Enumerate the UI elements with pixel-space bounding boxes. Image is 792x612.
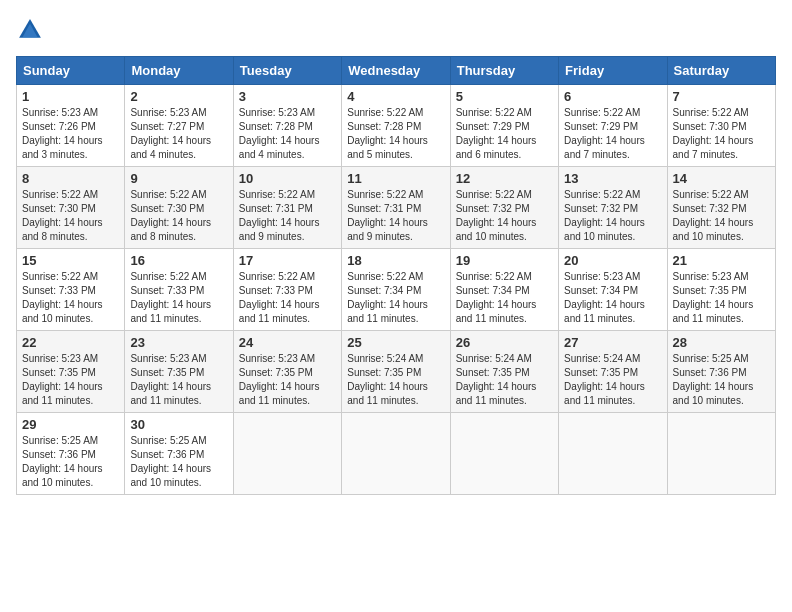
day-info: Sunrise: 5:25 AM Sunset: 7:36 PM Dayligh… — [130, 434, 227, 490]
day-info: Sunrise: 5:22 AM Sunset: 7:30 PM Dayligh… — [22, 188, 119, 244]
day-number: 28 — [673, 335, 770, 350]
sunrise-value: 5:23 AM — [278, 107, 315, 118]
day-info: Sunrise: 5:22 AM Sunset: 7:33 PM Dayligh… — [22, 270, 119, 326]
day-number: 17 — [239, 253, 336, 268]
sunset-value: 7:30 PM — [59, 203, 96, 214]
day-info: Sunrise: 5:22 AM Sunset: 7:30 PM Dayligh… — [673, 106, 770, 162]
sunrise-value: 5:23 AM — [278, 353, 315, 364]
daylight-label: Daylight: 14 hours and 3 minutes. — [22, 135, 103, 160]
daylight-label: Daylight: 14 hours and 11 minutes. — [239, 299, 320, 324]
sunset-value: 7:35 PM — [276, 367, 313, 378]
col-header-friday: Friday — [559, 57, 667, 85]
calendar-week-row: 29 Sunrise: 5:25 AM Sunset: 7:36 PM Dayl… — [17, 413, 776, 495]
col-header-monday: Monday — [125, 57, 233, 85]
sunset-value: 7:29 PM — [492, 121, 529, 132]
sunrise-value: 5:24 AM — [495, 353, 532, 364]
calendar-week-row: 22 Sunrise: 5:23 AM Sunset: 7:35 PM Dayl… — [17, 331, 776, 413]
calendar-cell: 14 Sunrise: 5:22 AM Sunset: 7:32 PM Dayl… — [667, 167, 775, 249]
calendar-cell: 23 Sunrise: 5:23 AM Sunset: 7:35 PM Dayl… — [125, 331, 233, 413]
day-number: 27 — [564, 335, 661, 350]
calendar-cell: 5 Sunrise: 5:22 AM Sunset: 7:29 PM Dayli… — [450, 85, 558, 167]
day-number: 23 — [130, 335, 227, 350]
day-info: Sunrise: 5:22 AM Sunset: 7:34 PM Dayligh… — [347, 270, 444, 326]
day-number: 12 — [456, 171, 553, 186]
sunrise-value: 5:25 AM — [170, 435, 207, 446]
sunrise-value: 5:22 AM — [387, 107, 424, 118]
sunset-label: Sunset: — [347, 285, 384, 296]
sunrise-value: 5:23 AM — [61, 353, 98, 364]
calendar-header-row: SundayMondayTuesdayWednesdayThursdayFrid… — [17, 57, 776, 85]
sunset-label: Sunset: — [347, 203, 384, 214]
daylight-label: Daylight: 14 hours and 11 minutes. — [564, 299, 645, 324]
sunset-label: Sunset: — [130, 121, 167, 132]
sunrise-label: Sunrise: — [239, 107, 278, 118]
sunrise-label: Sunrise: — [673, 353, 712, 364]
calendar-cell: 30 Sunrise: 5:25 AM Sunset: 7:36 PM Dayl… — [125, 413, 233, 495]
day-number: 19 — [456, 253, 553, 268]
daylight-label: Daylight: 14 hours and 9 minutes. — [239, 217, 320, 242]
day-info: Sunrise: 5:22 AM Sunset: 7:32 PM Dayligh… — [456, 188, 553, 244]
sunset-value: 7:35 PM — [384, 367, 421, 378]
sunrise-value: 5:22 AM — [712, 107, 749, 118]
sunset-value: 7:28 PM — [384, 121, 421, 132]
sunset-label: Sunset: — [22, 121, 59, 132]
daylight-label: Daylight: 14 hours and 7 minutes. — [564, 135, 645, 160]
calendar-cell: 8 Sunrise: 5:22 AM Sunset: 7:30 PM Dayli… — [17, 167, 125, 249]
sunrise-value: 5:22 AM — [170, 271, 207, 282]
day-info: Sunrise: 5:25 AM Sunset: 7:36 PM Dayligh… — [673, 352, 770, 408]
sunrise-value: 5:22 AM — [61, 271, 98, 282]
sunset-label: Sunset: — [564, 367, 601, 378]
sunrise-label: Sunrise: — [673, 189, 712, 200]
sunrise-label: Sunrise: — [22, 189, 61, 200]
sunset-value: 7:31 PM — [384, 203, 421, 214]
day-number: 4 — [347, 89, 444, 104]
daylight-label: Daylight: 14 hours and 11 minutes. — [130, 381, 211, 406]
calendar-week-row: 8 Sunrise: 5:22 AM Sunset: 7:30 PM Dayli… — [17, 167, 776, 249]
day-info: Sunrise: 5:22 AM Sunset: 7:31 PM Dayligh… — [239, 188, 336, 244]
daylight-label: Daylight: 14 hours and 10 minutes. — [130, 463, 211, 488]
sunset-value: 7:32 PM — [601, 203, 638, 214]
sunset-label: Sunset: — [239, 285, 276, 296]
calendar: SundayMondayTuesdayWednesdayThursdayFrid… — [16, 56, 776, 495]
sunrise-label: Sunrise: — [564, 353, 603, 364]
sunrise-label: Sunrise: — [564, 107, 603, 118]
day-info: Sunrise: 5:22 AM Sunset: 7:33 PM Dayligh… — [130, 270, 227, 326]
day-number: 2 — [130, 89, 227, 104]
calendar-week-row: 1 Sunrise: 5:23 AM Sunset: 7:26 PM Dayli… — [17, 85, 776, 167]
sunrise-label: Sunrise: — [456, 271, 495, 282]
day-number: 21 — [673, 253, 770, 268]
sunrise-label: Sunrise: — [564, 189, 603, 200]
sunset-label: Sunset: — [456, 203, 493, 214]
calendar-cell: 22 Sunrise: 5:23 AM Sunset: 7:35 PM Dayl… — [17, 331, 125, 413]
calendar-cell: 12 Sunrise: 5:22 AM Sunset: 7:32 PM Dayl… — [450, 167, 558, 249]
daylight-label: Daylight: 14 hours and 5 minutes. — [347, 135, 428, 160]
col-header-saturday: Saturday — [667, 57, 775, 85]
day-number: 30 — [130, 417, 227, 432]
sunset-label: Sunset: — [130, 367, 167, 378]
day-info: Sunrise: 5:22 AM Sunset: 7:32 PM Dayligh… — [673, 188, 770, 244]
sunrise-value: 5:23 AM — [712, 271, 749, 282]
sunrise-value: 5:22 AM — [387, 189, 424, 200]
sunrise-label: Sunrise: — [347, 107, 386, 118]
sunrise-label: Sunrise: — [130, 353, 169, 364]
daylight-label: Daylight: 14 hours and 11 minutes. — [673, 299, 754, 324]
sunset-label: Sunset: — [673, 121, 710, 132]
sunrise-label: Sunrise: — [673, 107, 712, 118]
sunrise-label: Sunrise: — [456, 189, 495, 200]
calendar-cell: 9 Sunrise: 5:22 AM Sunset: 7:30 PM Dayli… — [125, 167, 233, 249]
sunset-value: 7:36 PM — [709, 367, 746, 378]
calendar-cell — [233, 413, 341, 495]
sunset-value: 7:32 PM — [492, 203, 529, 214]
sunset-label: Sunset: — [130, 285, 167, 296]
sunset-value: 7:34 PM — [601, 285, 638, 296]
sunset-value: 7:27 PM — [167, 121, 204, 132]
day-number: 13 — [564, 171, 661, 186]
sunset-value: 7:35 PM — [709, 285, 746, 296]
day-number: 15 — [22, 253, 119, 268]
calendar-cell — [450, 413, 558, 495]
daylight-label: Daylight: 14 hours and 11 minutes. — [130, 299, 211, 324]
day-number: 29 — [22, 417, 119, 432]
daylight-label: Daylight: 14 hours and 7 minutes. — [673, 135, 754, 160]
sunset-label: Sunset: — [239, 121, 276, 132]
sunrise-value: 5:23 AM — [170, 353, 207, 364]
